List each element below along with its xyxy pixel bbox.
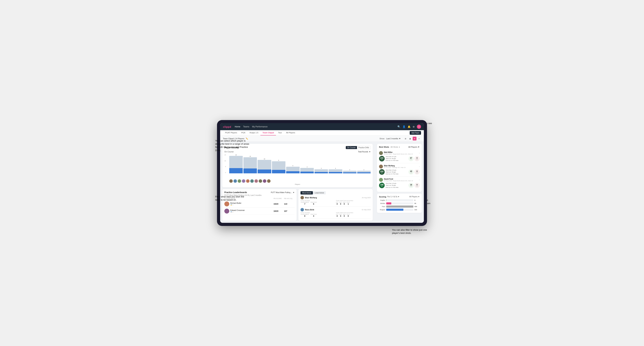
- bar-group-8: 3: [329, 168, 342, 173]
- shot-details-row-2: 200 SG Shot Dist: 43 ydsStart Lie: Rough…: [379, 169, 420, 175]
- avatar-5[interactable]: EE: [246, 179, 250, 183]
- avatar-9[interactable]: EC: [263, 179, 266, 183]
- shot-stat-zero-1: 0 yds: [414, 156, 420, 161]
- toggle-practice-drills[interactable]: Practice Drills: [357, 146, 370, 149]
- view-grid4-btn[interactable]: ⊞: [404, 137, 408, 141]
- y-label-0: 0: [225, 172, 226, 173]
- avatar-10[interactable]: LR: [267, 179, 270, 183]
- people-icon[interactable]: 👤: [402, 125, 406, 128]
- subnav-pga[interactable]: PGA: [239, 130, 248, 135]
- chevron-down-icon5: ▼: [418, 146, 420, 148]
- lb-col-avg: PB AVG SQ: [284, 198, 294, 199]
- chevron-right-icon-2: ›: [419, 165, 420, 168]
- scoring-filter-players[interactable]: All Players ▼: [409, 196, 420, 198]
- view-list-btn[interactable]: ≡: [417, 137, 421, 141]
- subnav-all-players[interactable]: All Players: [284, 130, 297, 135]
- bar-2: [244, 157, 257, 173]
- shot-stats-3: 16 yds 0 yds: [408, 183, 420, 188]
- bar-group-6: 4: [300, 166, 314, 173]
- show-select[interactable]: Last 3 months ▼: [386, 138, 401, 140]
- show-label: Show:: [380, 138, 385, 140]
- tab-least-active[interactable]: Least Active: [313, 191, 326, 194]
- nav-teams[interactable]: Teams: [243, 125, 249, 128]
- shot-entry-1[interactable]: Matt Miller 09 Jun 2023 · Royal North De…: [379, 150, 420, 163]
- subnav-tour[interactable]: Tour: [276, 130, 284, 135]
- bogeys-bar-fill: [386, 209, 404, 211]
- shot-entry-3[interactable]: David Ford 24 Aug 2023 · Royal North Dev…: [379, 176, 420, 190]
- lb-row-2[interactable]: Edward Crossman 🥈 2 18/20 107: [224, 208, 294, 215]
- avatar-6[interactable]: DB: [250, 179, 254, 183]
- avatar-4[interactable]: JC: [242, 179, 245, 183]
- shot-badge-2: 200 SG: [379, 169, 385, 175]
- gtt-stat-1: GTT 0: [336, 202, 338, 205]
- total-rounds-label-1: Total Rounds: [300, 200, 335, 201]
- tablet-screen: clippd Home Teams My Performance 🔍 👤 🔔 ⊕…: [220, 123, 424, 223]
- scoring-bar-eagles: Eagles 3: [379, 199, 420, 201]
- bar-group-5: 5: [286, 165, 300, 173]
- shot-player-meta-3: 24 Aug 2023 · Royal North Devon GC, Hole…: [384, 180, 413, 181]
- subnav-team-clippd[interactable]: Team Clippd: [260, 130, 276, 135]
- most-active-card: Most Active Least Active BM Blair McHarg: [298, 189, 373, 221]
- subnav-pgat[interactable]: PGAT Players: [223, 130, 239, 135]
- chart-filter[interactable]: Total Rounds ▼: [358, 151, 371, 153]
- active-player-row-2[interactable]: RB Rees Britt 02 Sep 2023 Total Rounds: [300, 206, 371, 219]
- bar-chart: 15 10 5 0 13: [224, 154, 371, 178]
- shot-stat-dist-2: 43 yds: [408, 169, 414, 174]
- pars-bar-fill: [386, 205, 413, 208]
- avatar-3[interactable]: DF: [238, 179, 241, 183]
- total-practice-label-1: Total Practice Activities: [336, 200, 371, 201]
- view-heart-btn[interactable]: ♥: [413, 137, 416, 141]
- chevron-down-icon: ▼: [399, 138, 401, 140]
- bell-icon[interactable]: 🔔: [408, 125, 410, 128]
- bogeys-label: Bogeys: [379, 209, 385, 211]
- add-team-button[interactable]: Add Team: [410, 131, 421, 135]
- best-shots-header: Best Shots All Shots ▼ All Players ▼: [379, 146, 420, 148]
- arg-stat-2: ARG 0: [343, 214, 346, 217]
- scoring-filter-par[interactable]: Par 3, 4 & 5s ▼: [387, 196, 400, 198]
- lb-score-1: 19/20: [274, 203, 284, 205]
- avatar-1[interactable]: BM: [229, 179, 233, 183]
- chevron-down-icon4: ▼: [399, 146, 400, 148]
- lb-avg-2: 107: [284, 210, 294, 212]
- scoring-card: Scoring Par 3, 4 & 5s ▼ All Players ▼: [377, 194, 422, 213]
- shot-player-row-2: Blair McHarg 23 Jul 2023 · Aldridge GC, …: [379, 165, 420, 169]
- toggle-on-course[interactable]: On Course: [346, 146, 357, 149]
- avatar-7[interactable]: RB: [254, 179, 258, 183]
- active-avatar-1: BM: [300, 196, 304, 199]
- nav-home[interactable]: Home: [235, 125, 240, 128]
- bar-10: [357, 171, 371, 173]
- shot-player-name-2: Blair McHarg: [384, 165, 406, 167]
- bar-group-3: 10: [258, 158, 271, 173]
- avatar-8[interactable]: MM: [259, 179, 262, 183]
- chevron-down-icon2: ▼: [369, 151, 371, 153]
- view-grid-btn[interactable]: ▦: [408, 137, 412, 141]
- shot-stat-zero-3: 0 yds: [414, 183, 420, 188]
- bogeys-count: 315: [414, 209, 420, 211]
- shot-entry-2[interactable]: Blair McHarg 23 Jul 2023 · Aldridge GC, …: [379, 163, 420, 177]
- brand-logo: clippd: [223, 125, 231, 128]
- subnav-hcaps[interactable]: Hcaps 1-5: [248, 130, 260, 135]
- scoring-header: Scoring Par 3, 4 & 5s ▼ All Players ▼: [379, 196, 420, 198]
- leaderboard-filter[interactable]: PUTT Must Make Putting ... ▼: [271, 191, 294, 193]
- putt-stat-1: PUTT 1: [347, 202, 350, 205]
- top-nav: clippd Home Teams My Performance 🔍 👤 🔔 ⊕…: [220, 123, 424, 130]
- shot-player-info-2: Blair McHarg 23 Jul 2023 · Aldridge GC, …: [379, 165, 406, 169]
- leaderboard-title: Practice Leaderboards: [224, 191, 247, 194]
- avatar-2[interactable]: RB: [234, 179, 237, 183]
- user-avatar[interactable]: U: [417, 125, 421, 129]
- y-label-10: 10: [224, 160, 226, 162]
- bar-1: [229, 156, 243, 173]
- tab-most-active[interactable]: Most Active: [300, 191, 313, 194]
- lb-rank-2: 🥈 2: [230, 211, 245, 213]
- pars-bar-wrap: [386, 205, 413, 208]
- bar-group-4: 9: [272, 160, 286, 173]
- add-icon[interactable]: ⊕: [413, 125, 415, 128]
- lb-name-2: Edward Crossman: [230, 209, 245, 211]
- all-players-filter[interactable]: All Players ▼: [408, 146, 420, 148]
- shot-player-row-3: David Ford 24 Aug 2023 · Royal North Dev…: [379, 178, 420, 182]
- all-shots-tab[interactable]: All Shots ▼: [390, 146, 400, 148]
- active-player-row-1[interactable]: BM Blair McHarg 26 Aug 2023 Total Rounds: [300, 194, 371, 206]
- active-tabs: Most Active Least Active: [300, 191, 371, 194]
- search-icon[interactable]: 🔍: [398, 125, 400, 128]
- nav-my-performance[interactable]: My Performance: [252, 125, 268, 128]
